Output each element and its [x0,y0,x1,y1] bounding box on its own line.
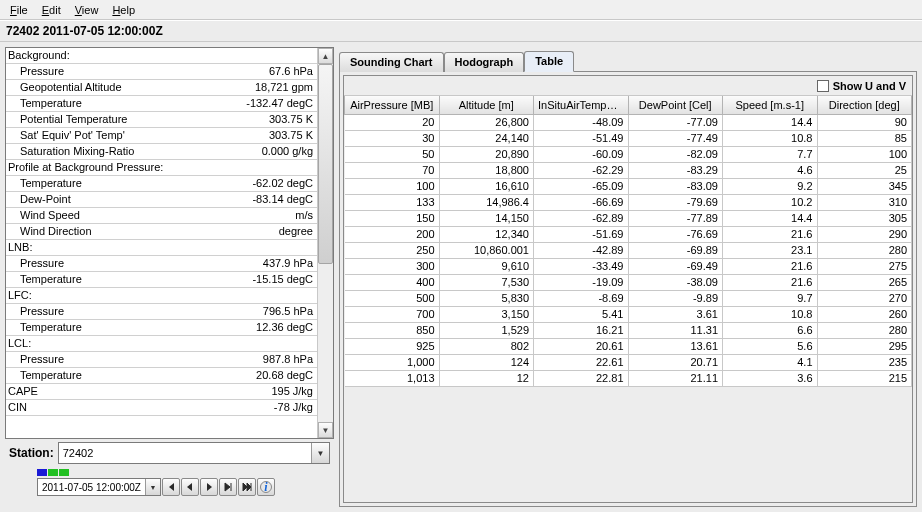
info-button[interactable]: i [257,478,275,496]
info-scrollbar[interactable]: ▲ ▼ [317,48,333,438]
info-row: Temperature-132.47 degC [6,96,317,112]
table-row[interactable]: 5020,890-60.09-82.097.7100 [345,146,912,162]
table-cell: 20,890 [439,146,534,162]
column-header[interactable]: DewPoint [Cel] [628,96,723,114]
table-row[interactable]: 20012,340-51.69-76.6921.6290 [345,226,912,242]
table-cell: 10,860.001 [439,242,534,258]
show-uv-label: Show U and V [833,80,906,92]
table-row[interactable]: 1,0131222.8121.113.6215 [345,370,912,386]
info-row: Temperature12.36 degC [6,320,317,336]
scroll-track[interactable] [318,64,333,422]
table-cell: 925 [345,338,440,354]
table-cell: -83.09 [628,178,723,194]
info-row: LFC: [6,288,317,304]
column-header[interactable]: Speed [m.s-1] [723,96,818,114]
table-row[interactable]: 25010,860.001-42.89-69.8923.1280 [345,242,912,258]
info-row: Background: [6,48,317,64]
table-row[interactable]: 8501,52916.2111.316.6280 [345,322,912,338]
table-cell: 10.8 [723,130,818,146]
table-cell: 133 [345,194,440,210]
table-cell: 21.6 [723,226,818,242]
play-button[interactable] [200,478,218,496]
info-label: LCL: [6,336,209,351]
table-cell: 12,340 [439,226,534,242]
menu-edit[interactable]: Edit [36,3,67,17]
table-row[interactable]: 92580220.6113.615.6295 [345,338,912,354]
table-cell: 21.11 [628,370,723,386]
table-cell: 200 [345,226,440,242]
last-button[interactable] [238,478,256,496]
table-cell: 5.6 [723,338,818,354]
info-row: Temperature-15.15 degC [6,272,317,288]
next-button[interactable] [219,478,237,496]
menu-help[interactable]: Help [106,3,141,17]
table-cell: 4.1 [723,354,818,370]
info-label: Saturation Mixing-Ratio [6,144,209,159]
chevron-down-icon[interactable]: ▼ [145,479,160,495]
table-cell: 305 [817,210,912,226]
table-row[interactable]: 1,00012422.6120.714.1235 [345,354,912,370]
info-row: CAPE195 J/kg [6,384,317,400]
scroll-thumb[interactable] [318,64,333,264]
time-selector[interactable]: 2011-07-05 12:00:00Z ▼ [37,478,161,496]
table-cell: 7.7 [723,146,818,162]
table-cell: 16,610 [439,178,534,194]
table-row[interactable]: 3009,610-33.49-69.4921.6275 [345,258,912,274]
column-header[interactable]: InSituAirTemper... [534,96,629,114]
tab-table[interactable]: Table [524,51,574,72]
info-label: Pressure [6,352,209,367]
info-row: Saturation Mixing-Ratio0.000 g/kg [6,144,317,160]
table-cell: 310 [817,194,912,210]
prev-button[interactable] [181,478,199,496]
table-cell: 13.61 [628,338,723,354]
info-box: Background:Pressure67.6 hPaGeopotential … [5,47,334,439]
station-input[interactable] [59,443,311,463]
table-cell: -77.09 [628,114,723,130]
table-cell: -62.89 [534,210,629,226]
table-cell: -65.09 [534,178,629,194]
station-combo[interactable]: ▼ [58,442,330,464]
table-row[interactable]: 15014,150-62.89-77.8914.4305 [345,210,912,226]
table-cell: 100 [817,146,912,162]
table-row[interactable]: 5005,830-8.69-9.899.7270 [345,290,912,306]
table-cell: 30 [345,130,440,146]
table-row[interactable]: 7003,1505.413.6110.8260 [345,306,912,322]
table-cell: 260 [817,306,912,322]
header-title: 72402 2011-07-05 12:00:00Z [0,20,922,42]
table-cell: 3.6 [723,370,818,386]
table-cell: 26,800 [439,114,534,130]
tab-sounding-chart[interactable]: Sounding Chart [339,52,444,72]
chevron-down-icon[interactable]: ▼ [311,443,329,463]
table-cell: 275 [817,258,912,274]
tab-hodograph[interactable]: Hodograph [444,52,525,72]
table-cell: -83.29 [628,162,723,178]
column-header[interactable]: Direction [deg] [817,96,912,114]
info-row: CIN-78 J/kg [6,400,317,416]
table-cell: -66.69 [534,194,629,210]
table-row[interactable]: 7018,800-62.29-83.294.625 [345,162,912,178]
table-cell: 295 [817,338,912,354]
info-row: Wind Directiondegree [6,224,317,240]
table-row[interactable]: 13314,986.4-66.69-79.6910.2310 [345,194,912,210]
table-row[interactable]: 3024,140-51.49-77.4910.885 [345,130,912,146]
menu-file[interactable]: File [4,3,34,17]
column-header[interactable]: AirPressure [MB] [345,96,440,114]
table-cell: 7,530 [439,274,534,290]
menu-view[interactable]: View [69,3,105,17]
info-row: Pressure796.5 hPa [6,304,317,320]
table-row[interactable]: 2026,800-48.09-77.0914.490 [345,114,912,130]
info-value: 195 J/kg [209,384,317,399]
scroll-up-icon[interactable]: ▲ [318,48,333,64]
info-row: Temperature-62.02 degC [6,176,317,192]
table-row[interactable]: 10016,610-65.09-83.099.2345 [345,178,912,194]
table-row[interactable]: 4007,530-19.09-38.0921.6265 [345,274,912,290]
table-cell: 9.7 [723,290,818,306]
table-cell: -77.49 [628,130,723,146]
station-label: Station: [9,446,54,460]
show-uv-checkbox[interactable] [817,80,829,92]
scroll-down-icon[interactable]: ▼ [318,422,333,438]
table-cell: -69.89 [628,242,723,258]
column-header[interactable]: Altitude [m] [439,96,534,114]
first-button[interactable] [162,478,180,496]
info-label: Wind Speed [6,208,209,223]
